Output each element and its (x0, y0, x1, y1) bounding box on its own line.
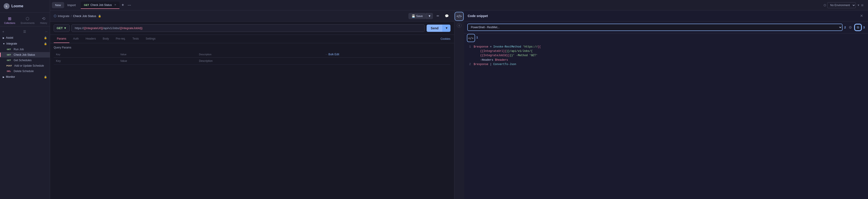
add-update-label: Add or Update Schedule (14, 64, 44, 67)
code-panel-close-button[interactable]: ✕ (859, 13, 864, 19)
breadcrumb: ⬡ Integrate / Check Job Status 🔒 (54, 14, 101, 18)
info-circle-icon: ℹ (457, 23, 461, 28)
code-area-wrapper: </> 1 (464, 33, 868, 42)
tab-auth[interactable]: Auth (70, 35, 82, 43)
tab-settings[interactable]: Settings (143, 35, 159, 43)
tree-item-run-job[interactable]: GET Run Job (0, 46, 50, 52)
value-input-placeholder[interactable]: Value (118, 58, 197, 65)
tab-pre-req[interactable]: Pre-req. (113, 35, 129, 43)
params-section: Query Params Key Value Description ··· B… (50, 43, 454, 199)
params-table: Key Value Description ··· Bulk Edit (54, 52, 451, 65)
main-content: New Import GET Check Job Status ✕ + ··· … (50, 0, 868, 199)
code-panel-header: Code snippet ✕ (464, 10, 868, 21)
env-icon: ⬡ (824, 4, 826, 7)
code-snippet-icon-button[interactable]: </> (455, 12, 463, 21)
code-method-invoke: Invoke-RestMethod (493, 45, 521, 48)
url-var-integrate-url: {{IntegrateUrl}} (84, 26, 103, 30)
method-select[interactable]: GET ▼ (54, 24, 70, 32)
col-description: Description (196, 52, 323, 58)
env-select[interactable]: No Environment (827, 2, 856, 8)
env-bar: ⬡ No Environment ▼ ⊞ (821, 2, 866, 8)
breadcrumb-current: Check Job Status (73, 14, 96, 18)
code-line-5: 2 $response | ConvertTo-Json (468, 62, 865, 67)
filter-icon[interactable]: ☰ (23, 30, 26, 33)
language-select[interactable]: PowerShell - RestMet... (467, 24, 842, 31)
url-var-job-id: {{IntegrateJobId}} (120, 26, 143, 30)
edit-button[interactable]: ✏ (435, 13, 441, 19)
sidebar-item-history[interactable]: ⟲ History (38, 14, 50, 26)
bulk-edit-button[interactable]: Bulk Edit (328, 53, 339, 56)
monitor-section[interactable]: ▶ Monitor 🔒 (0, 74, 50, 80)
sidebar-section: + ☰ ··· ▶ Assist 🔒 ▼ Integrate 🔒 GET Run… (0, 26, 50, 199)
tab-headers[interactable]: Headers (82, 35, 99, 43)
get-schedules-method: GET (5, 59, 12, 62)
col-key: Key (54, 52, 118, 58)
line-number-blank1 (468, 49, 471, 54)
sidebar: L Loome ⊞ Collections ⬡ Environments ⟲ H… (0, 0, 50, 199)
code-icon-button[interactable]: </> (467, 34, 475, 42)
code-url-str3: }}' -Method (510, 54, 529, 57)
tab-params[interactable]: Params (54, 35, 69, 43)
code-line-1: 1 $response = Invoke-RestMethod 'https:/… (468, 45, 865, 49)
code-bracket-icon: </> (468, 36, 473, 40)
breadcrumb-bar: ⬡ Integrate / Check Job Status 🔒 💾 Save … (50, 10, 454, 22)
tab-body[interactable]: Body (99, 35, 112, 43)
tab-close-icon[interactable]: ✕ (114, 3, 116, 6)
monitor-label: Monitor (6, 75, 15, 78)
sidebar-item-environments[interactable]: ⬡ Environments (19, 14, 37, 26)
chevron-down-icon: ▼ (3, 42, 5, 45)
sidebar-item-collections[interactable]: ⊞ Collections (2, 14, 18, 26)
comment-button[interactable]: 💬 (443, 13, 451, 19)
description-input-placeholder[interactable]: Description (196, 58, 323, 65)
tree-item-check-job-status[interactable]: GET Check Job Status (0, 52, 50, 58)
info-icon-button[interactable]: ℹ (455, 21, 463, 30)
key-input-placeholder[interactable]: Key (54, 58, 118, 65)
code-settings-button[interactable]: ⚙ (848, 24, 853, 31)
import-button[interactable]: Import (65, 2, 78, 8)
request-panel: ⬡ Integrate / Check Job Status 🔒 💾 Save … (50, 10, 454, 199)
tree-item-delete-schedule[interactable]: DEL Delete Schedule (0, 68, 50, 74)
more-options-icon[interactable]: ··· (45, 30, 48, 33)
tab-method-badge: GET (84, 4, 89, 6)
tree-item-get-schedules[interactable]: GET Get Schedules (0, 58, 50, 63)
delete-schedule-method: DEL (5, 70, 12, 72)
assist-section[interactable]: ▶ Assist 🔒 (0, 35, 50, 41)
save-dropdown-button[interactable]: ▼ (426, 13, 433, 19)
save-button[interactable]: 💾 Save (408, 13, 426, 19)
new-button[interactable]: New (52, 2, 64, 8)
url-input-display[interactable]: https://{{IntegrateUrl}}/api/v1/Jobs/{{I… (71, 24, 425, 32)
send-dropdown-button[interactable]: ▼ (442, 25, 450, 32)
add-update-method: POST (5, 64, 13, 67)
breadcrumb-parent[interactable]: Integrate (58, 14, 69, 18)
method-chevron-icon: ▼ (64, 26, 67, 30)
integrate-section[interactable]: ▼ Integrate 🔒 (0, 41, 50, 46)
code-url-str2: }}/api/v1/Jobs/{ (506, 49, 533, 53)
integrate-lock-icon: 🔒 (44, 42, 47, 45)
table-more-icon[interactable]: ··· (326, 53, 328, 56)
add-collection-icon[interactable]: + (2, 30, 4, 33)
get-schedules-label: Get Schedules (14, 59, 32, 62)
app-name: Loome (11, 4, 23, 8)
code-copy-button[interactable]: ⧉ (855, 24, 861, 31)
send-button[interactable]: Send (427, 25, 442, 32)
table-row-placeholder: Key Value Description (54, 58, 451, 65)
sidebar-nav: ⊞ Collections ⬡ Environments ⟲ History (0, 12, 50, 26)
code-str-url: 'https:// (523, 45, 538, 48)
tab-title: Check Job Status (90, 3, 112, 7)
run-job-method: GET (5, 48, 12, 51)
cookies-link[interactable]: Cookies (440, 35, 450, 43)
tab-more-icon[interactable]: ··· (126, 2, 132, 8)
code-line-2: {{IntegrateUrl}}}}/api/v1/Jobs/{ (468, 49, 865, 54)
assist-lock-icon: 🔒 (44, 36, 47, 39)
logo-icon: L (4, 3, 9, 9)
environments-icon: ⬡ (26, 16, 29, 21)
tab-tests[interactable]: Tests (129, 35, 142, 43)
col-value: Value (118, 52, 197, 58)
breadcrumb-lock-icon: 🔒 (98, 14, 101, 18)
add-tab-icon[interactable]: + (120, 2, 126, 8)
active-tab[interactable]: GET Check Job Status ✕ (81, 2, 119, 9)
url-https-prefix: https:// (75, 26, 84, 30)
tree-item-add-update-schedule[interactable]: POST Add or Update Schedule (0, 63, 50, 68)
code-snippet-panel: Code snippet ✕ PowerShell - RestMet... 2… (464, 10, 868, 199)
env-grid-icon[interactable]: ⊞ (861, 4, 863, 7)
